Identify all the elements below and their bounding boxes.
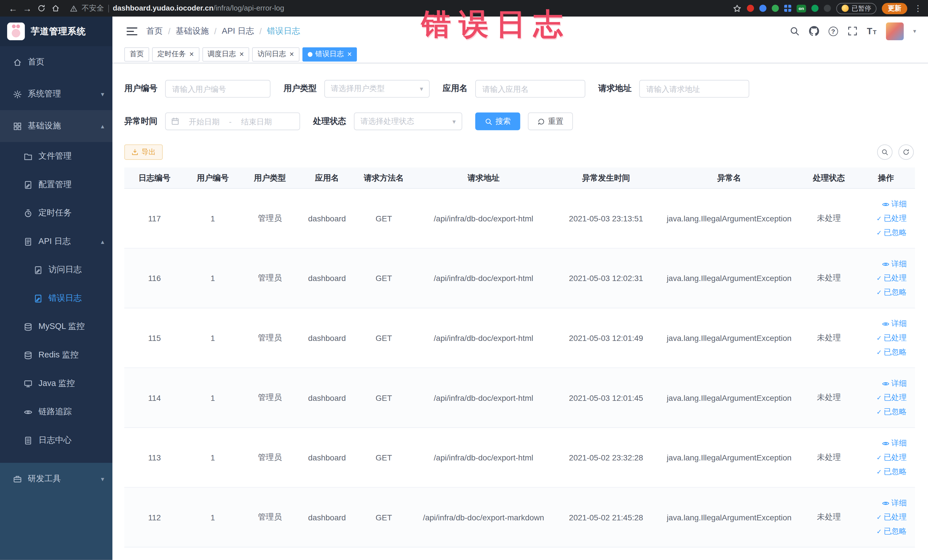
sidebar-item-job[interactable]: 定时任务 [0, 199, 112, 227]
home-button[interactable] [49, 1, 63, 15]
tab-close-icon[interactable]: × [347, 50, 352, 58]
start-date-input[interactable] [182, 117, 227, 126]
sidebar-item-home[interactable]: 首页 [0, 46, 112, 78]
exception-time-range[interactable]: - [165, 112, 300, 130]
sidebar-item-error-log[interactable]: 错误日志 [0, 284, 112, 313]
extension-icon-blue[interactable] [759, 5, 766, 12]
logo[interactable]: 芋道管理系统 [0, 17, 112, 46]
row-action-ignored-link[interactable]: ✓已忽略 [876, 227, 907, 238]
row-action-ignored-link[interactable]: ✓已忽略 [876, 467, 907, 477]
app-name-input[interactable] [475, 80, 585, 98]
fullscreen-icon[interactable] [847, 26, 857, 36]
row-action-detail-link[interactable]: 详细 [882, 438, 907, 449]
reset-button[interactable]: 重置 [528, 112, 573, 130]
sidebar-item-file[interactable]: 文件管理 [0, 142, 112, 171]
tab-error-log[interactable]: 错误日志× [302, 47, 357, 61]
avatar[interactable] [886, 22, 904, 40]
row-action-processed-link[interactable]: ✓已处理 [876, 273, 907, 283]
extension-icon-red[interactable] [747, 5, 754, 12]
request-url-input[interactable] [639, 80, 749, 98]
breadcrumb-item[interactable]: 基础设施 [176, 26, 209, 36]
user-type-select[interactable]: 请选择用户类型 ▾ [324, 80, 430, 98]
row-action-detail-link[interactable]: 详细 [882, 259, 907, 269]
paused-chip[interactable]: 已暂停 [836, 3, 876, 14]
extension-icon-on[interactable]: on [797, 5, 806, 12]
tab-access-log[interactable]: 访问日志× [252, 47, 299, 61]
font-size-icon[interactable]: TT [867, 26, 877, 36]
refresh-button[interactable] [898, 144, 914, 160]
row-action-ignored-link[interactable]: ✓已忽略 [876, 347, 907, 357]
row-action-processed-link[interactable]: ✓已处理 [876, 392, 907, 403]
breadcrumb-item[interactable]: 首页 [146, 26, 163, 36]
row-action-processed-link[interactable]: ✓已处理 [876, 512, 907, 523]
tab-home[interactable]: 首页 [124, 47, 149, 61]
back-button[interactable]: ← [6, 1, 20, 15]
logo-rabbit-icon [7, 23, 25, 40]
row-action-detail-link[interactable]: 详细 [882, 318, 907, 329]
search-button[interactable]: 搜索 [475, 112, 520, 130]
process-status-select[interactable]: 请选择处理状态 ▾ [354, 112, 462, 130]
row-action-detail-link[interactable]: 详细 [882, 498, 907, 508]
check-icon: ✓ [876, 395, 882, 401]
sidebar-item-api-log[interactable]: API 日志▴ [0, 227, 112, 256]
tab-close-icon[interactable]: × [189, 50, 194, 58]
sidebar-item-system[interactable]: 系统管理▾ [0, 78, 112, 110]
sidebar-item-tracer[interactable]: 链路追踪 [0, 398, 112, 426]
github-icon[interactable] [809, 26, 819, 36]
cell-actions: 详细✓已处理✓已忽略 [857, 378, 915, 417]
sidebar-item-label: 访问日志 [49, 264, 82, 275]
search-icon[interactable] [789, 26, 799, 36]
help-icon[interactable]: ? [829, 26, 838, 36]
sidebar-item-label: 基础设施 [28, 121, 61, 131]
reload-button[interactable] [34, 1, 49, 15]
filter-label: 请求地址 [598, 84, 631, 94]
row-action-detail-link[interactable]: 详细 [882, 378, 907, 389]
forward-button[interactable]: → [20, 1, 35, 15]
sidebar-toggle-button[interactable] [126, 25, 138, 37]
user-id-input[interactable] [165, 80, 270, 98]
export-button[interactable]: 导出 [124, 144, 163, 160]
address-bar[interactable]: 不安全 dashboard.yudao.iocoder.cn/infra/log… [70, 3, 726, 13]
extension-icon-paw[interactable] [824, 5, 831, 12]
row-action-ignored-link[interactable]: ✓已忽略 [876, 287, 907, 298]
column-header: 异常发生时间 [554, 168, 658, 188]
update-button[interactable]: 更新 [882, 3, 907, 14]
sidebar-item-dev-tools[interactable]: 研发工具▾ [0, 463, 112, 495]
row-action-processed-link[interactable]: ✓已处理 [876, 333, 907, 343]
bookmark-star-icon[interactable] [733, 4, 742, 12]
sidebar-item-log-center[interactable]: 日志中心 [0, 426, 112, 455]
cell-user_id: 1 [185, 394, 241, 402]
tab-close-icon[interactable]: × [240, 50, 244, 58]
extension-icon-green[interactable] [772, 5, 779, 12]
sidebar-item-config[interactable]: 配置管理 [0, 170, 112, 199]
reload-icon [37, 4, 46, 12]
sidebar-item-redis[interactable]: Redis 监控 [0, 341, 112, 369]
check-icon: ✓ [876, 289, 882, 296]
toggle-search-button[interactable] [877, 144, 893, 160]
tab-job[interactable]: 定时任务× [152, 47, 199, 61]
browser-menu-icon[interactable]: ⋮ [914, 3, 922, 13]
row-action-ignored-link[interactable]: ✓已忽略 [876, 526, 907, 537]
sidebar-item-access-log[interactable]: 访问日志 [0, 256, 112, 284]
breadcrumb-item[interactable]: API 日志 [222, 26, 254, 36]
eye-icon [882, 439, 890, 447]
sidebar-item-java[interactable]: Java 监控 [0, 369, 112, 398]
sidebar-item-infra[interactable]: 基础设施▴ [0, 110, 112, 142]
url-domain: dashboard.yudao.iocoder.cn [113, 4, 214, 12]
row-action-ignored-link[interactable]: ✓已忽略 [876, 406, 907, 417]
end-date-input[interactable] [234, 117, 279, 126]
row-action-label: 已忽略 [884, 227, 907, 238]
tab-close-icon[interactable]: × [290, 50, 294, 58]
row-action-processed-link[interactable]: ✓已处理 [876, 213, 907, 224]
select-placeholder: 请选择处理状态 [360, 116, 414, 127]
extension-icon-grid[interactable] [784, 5, 791, 12]
tab-job-log[interactable]: 调度日志× [202, 47, 249, 61]
sidebar-item-mysql[interactable]: MySQL 监控 [0, 312, 112, 341]
chevron-down-icon[interactable]: ▾ [913, 28, 916, 35]
row-action-processed-link[interactable]: ✓已处理 [876, 452, 907, 463]
extension-icon-leaf[interactable] [811, 5, 818, 12]
chevron-up-icon: ▴ [101, 238, 104, 245]
row-action-detail-link[interactable]: 详细 [882, 199, 907, 209]
sidebar-item-label: 研发工具 [28, 473, 61, 484]
breadcrumb-item[interactable]: 错误日志 [267, 26, 300, 36]
